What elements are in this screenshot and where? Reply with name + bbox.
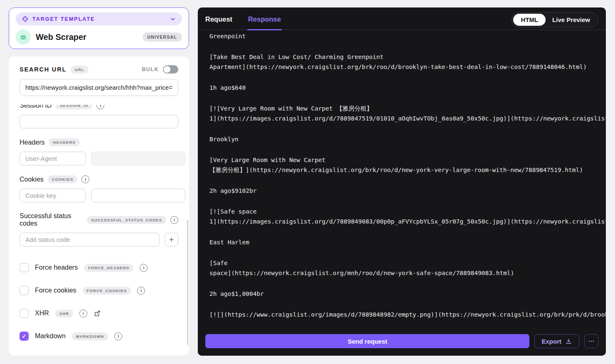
session-id-label: Session ID bbox=[20, 102, 52, 109]
session-id-tag: SESSION_ID bbox=[56, 101, 92, 109]
live-preview-toggle[interactable]: Live Preview bbox=[546, 14, 597, 26]
tab-response[interactable]: Response bbox=[247, 13, 282, 30]
header-value-input[interactable] bbox=[91, 152, 185, 165]
html-toggle[interactable]: HTML bbox=[513, 14, 546, 26]
template-pill-label: TARGET TEMPLATE bbox=[32, 16, 95, 22]
tab-request[interactable]: Request bbox=[204, 13, 233, 30]
force-cookies-checkbox[interactable]: ✓ bbox=[20, 286, 29, 295]
status-codes-header: Successful status codes SUCCESSFUL_STATU… bbox=[20, 212, 178, 227]
force-cookies-info-icon[interactable]: i bbox=[137, 287, 145, 295]
status-code-input[interactable] bbox=[20, 233, 160, 246]
response-content-area[interactable]: Greenpoint [Take Best Deal in Low Cost/ … bbox=[198, 30, 606, 327]
bulk-label: BULK bbox=[142, 66, 159, 72]
markdown-info-icon[interactable]: i bbox=[114, 332, 122, 340]
response-content: Greenpoint [Take Best Deal in Low Cost/ … bbox=[198, 30, 606, 320]
send-request-button[interactable]: Send request bbox=[205, 334, 529, 348]
status-codes-info-icon[interactable]: i bbox=[170, 216, 178, 224]
force-cookies-tag: FORCE_COOKIES bbox=[83, 287, 131, 295]
scraper-sidebar: TARGET TEMPLATE Web Scraper UNIVERSAL SE… bbox=[9, 7, 189, 356]
headers-header: Headers HEADERS bbox=[20, 138, 178, 146]
session-id-header: Session ID SESSION_ID i bbox=[20, 101, 178, 109]
xhr-row: ✓ XHR XHR i bbox=[20, 309, 178, 318]
session-id-input[interactable] bbox=[20, 115, 178, 128]
selected-template-row: Web Scraper UNIVERSAL bbox=[16, 30, 182, 44]
markdown-row: ✓ Markdown MARKDOWN i bbox=[20, 332, 178, 341]
markdown-tag: MARKDOWN bbox=[72, 332, 108, 340]
search-url-title: SEARCH URL bbox=[20, 66, 66, 73]
headers-tag: HEADERS bbox=[49, 138, 79, 146]
external-link-icon[interactable] bbox=[93, 310, 101, 317]
search-url-header: SEARCH URL URL BULK bbox=[20, 65, 178, 74]
sidebar-scrollbar[interactable] bbox=[187, 220, 188, 345]
cookies-label: Cookies bbox=[20, 176, 44, 183]
cookie-key-input[interactable] bbox=[20, 189, 86, 202]
target-template-selector[interactable]: TARGET TEMPLATE bbox=[16, 12, 182, 25]
download-icon bbox=[565, 338, 572, 345]
scraper-form: SEARCH URL URL BULK Session ID SESSION_I… bbox=[9, 57, 189, 356]
force-headers-tag: FORCE_HEADERS bbox=[84, 264, 133, 272]
force-cookies-label: Force cookies bbox=[35, 287, 76, 294]
response-panel: Request Response HTML Live Preview Green… bbox=[198, 7, 606, 356]
markdown-label: Markdown bbox=[35, 332, 66, 340]
cookies-header: Cookies COOKIES i bbox=[20, 175, 178, 183]
xhr-label: XHR bbox=[35, 310, 49, 317]
more-options-button[interactable]: ⋯ bbox=[584, 334, 598, 348]
bulk-toggle[interactable] bbox=[163, 65, 178, 74]
bug-icon bbox=[16, 30, 31, 44]
force-headers-label: Force headers bbox=[35, 264, 78, 271]
markdown-checkbox[interactable]: ✓ bbox=[20, 332, 29, 341]
template-card: TARGET TEMPLATE Web Scraper UNIVERSAL bbox=[9, 7, 189, 49]
force-headers-row: ✓ Force headers FORCE_HEADERS i bbox=[20, 263, 178, 272]
cookie-value-input[interactable] bbox=[91, 189, 185, 202]
search-url-input[interactable] bbox=[20, 79, 178, 96]
target-icon bbox=[22, 15, 29, 22]
force-cookies-row: ✓ Force cookies FORCE_COOKIES i bbox=[20, 286, 178, 295]
status-codes-tag: SUCCESSFUL_STATUS_CODES bbox=[87, 216, 166, 224]
add-status-code-button[interactable]: + bbox=[165, 233, 178, 246]
cookies-tag: COOKIES bbox=[48, 175, 78, 183]
template-name: Web Scraper bbox=[36, 32, 138, 42]
headers-inputs-row: + bbox=[20, 152, 178, 165]
force-headers-checkbox[interactable]: ✓ bbox=[20, 263, 29, 272]
search-url-tag: URL bbox=[71, 66, 89, 74]
status-codes-inputs-row: + bbox=[20, 233, 178, 246]
status-codes-label: Successful status codes bbox=[20, 212, 83, 227]
xhr-checkbox[interactable]: ✓ bbox=[20, 309, 29, 318]
export-button[interactable]: Export bbox=[534, 334, 579, 348]
cookies-info-icon[interactable]: i bbox=[81, 175, 89, 183]
header-key-input[interactable] bbox=[20, 152, 86, 165]
xhr-info-icon[interactable]: i bbox=[79, 310, 87, 317]
action-bar: Send request Export ⋯ bbox=[198, 327, 606, 356]
export-button-label: Export bbox=[541, 338, 561, 345]
chevron-down-icon bbox=[170, 16, 176, 22]
view-mode-toggle: HTML Live Preview bbox=[512, 12, 598, 27]
universal-badge: UNIVERSAL bbox=[143, 32, 182, 42]
force-headers-info-icon[interactable]: i bbox=[140, 264, 148, 272]
headers-label: Headers bbox=[20, 139, 44, 146]
xhr-tag: XHR bbox=[55, 310, 73, 317]
cookies-inputs-row: + bbox=[20, 189, 178, 202]
session-id-info-icon[interactable]: i bbox=[96, 101, 104, 109]
